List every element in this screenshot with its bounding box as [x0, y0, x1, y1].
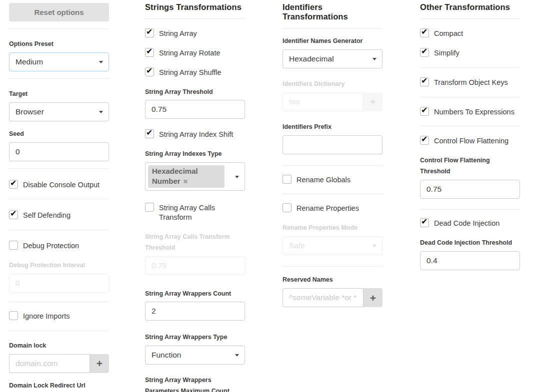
string-array-calls-transform-threshold-input [145, 256, 245, 275]
divider [9, 302, 109, 302]
checkbox-icon[interactable] [420, 136, 429, 145]
rename-properties-mode-select: Safe [282, 236, 382, 255]
checkbox-icon[interactable] [282, 175, 292, 184]
checkbox-icon[interactable] [420, 48, 429, 57]
options-preset-select[interactable]: Medium [9, 52, 109, 71]
general-options-column: Reset options Options Preset Medium Targ… [9, 0, 109, 392]
target-value: Browser [16, 107, 44, 116]
divider [9, 230, 109, 230]
identifiers-transformations-title: Identifiers Transformations [282, 2, 382, 21]
checkbox-string-array-index-shift[interactable]: String Array Index Shift [145, 129, 245, 139]
chevron-down-icon [99, 61, 103, 63]
checkbox-ignore-imports[interactable]: Ignore Imports [9, 311, 109, 321]
identifier-names-generator-select[interactable]: Hexadecimal [282, 49, 382, 68]
checkbox-label: Rename Properties [296, 203, 359, 213]
add-domain-button[interactable]: + [90, 354, 109, 373]
divider [9, 28, 109, 29]
checkbox-rename-properties[interactable]: Rename Properties [282, 203, 382, 213]
identifiers-dictionary-input-group: + [282, 92, 382, 111]
selected-tag: Hexadecimal Number✖ [148, 165, 224, 188]
seed-input[interactable] [9, 142, 109, 161]
checkbox-label: Transform Object Keys [434, 77, 508, 87]
checkbox-icon[interactable] [9, 311, 18, 320]
checkbox-label: Control Flow Flattening [434, 136, 508, 146]
rename-properties-mode-label: Rename Properties Mode [282, 223, 382, 234]
checkbox-label: Simplify [434, 48, 460, 58]
checkbox-string-array[interactable]: String Array [145, 28, 245, 38]
checkbox-self-defending[interactable]: Self Defending [9, 210, 109, 220]
divider [9, 199, 109, 199]
checkbox-dead-code-injection[interactable]: Dead Code Injection [420, 218, 520, 228]
string-array-wrappers-count-input[interactable] [145, 302, 245, 321]
control-flow-flattening-threshold-input[interactable] [420, 180, 520, 199]
checkbox-disable-console-output[interactable]: Disable Console Output [9, 180, 109, 190]
checkbox-icon[interactable] [9, 180, 18, 189]
string-array-wrappers-parameters-maximum-count-label: String Array Wrappers Parameters Maximum… [145, 375, 245, 392]
divider [9, 168, 109, 169]
divider [9, 331, 109, 331]
string-array-threshold-label: String Array Threshold [145, 87, 245, 98]
domain-lock-input[interactable] [9, 354, 90, 373]
checkbox-icon[interactable] [282, 203, 292, 212]
checkbox-icon[interactable] [145, 28, 154, 37]
checkbox-icon[interactable] [9, 241, 18, 250]
checkbox-transform-object-keys[interactable]: Transform Object Keys [420, 77, 520, 87]
checkbox-label: String Array Shuffle [159, 67, 222, 77]
rename-properties-mode-value: Safe [289, 241, 305, 250]
dead-code-injection-threshold-input[interactable] [420, 251, 520, 270]
checkbox-icon[interactable] [420, 218, 429, 227]
checkbox-label: Numbers To Expressions [434, 107, 514, 117]
target-select[interactable]: Browser [9, 102, 109, 121]
string-array-indexes-type-select[interactable]: Hexadecimal Number✖ [145, 162, 245, 191]
identifiers-transformations-column: Identifiers Transformations Identifier N… [282, 0, 382, 307]
debug-protection-interval-label: Debug Protection Interval [9, 260, 109, 271]
divider [145, 18, 245, 19]
seed-label: Seed [9, 129, 109, 140]
checkbox-label: Disable Console Output [23, 180, 100, 190]
string-array-wrappers-count-label: String Array Wrappers Count [145, 289, 245, 300]
identifiers-prefix-label: Identifiers Prefix [282, 122, 382, 133]
reserved-names-label: Reserved Names [282, 275, 382, 286]
identifier-names-generator-label: Identifier Names Generator [282, 36, 382, 47]
checkbox-icon[interactable] [145, 129, 154, 138]
string-array-indexes-type-label: String Array Indexes Type [145, 149, 245, 160]
identifiers-prefix-input[interactable] [282, 135, 382, 154]
checkbox-icon[interactable] [9, 210, 18, 219]
checkbox-icon[interactable] [420, 107, 429, 116]
other-transformations-column: Other Transformations Compact Simplify T… [420, 0, 520, 270]
reset-options-button[interactable]: Reset options [9, 3, 109, 21]
control-flow-flattening-threshold-label: Control Flow Flattening Threshold [420, 155, 520, 177]
checkbox-label: String Array Calls Transform [159, 203, 245, 222]
checkbox-rename-globals[interactable]: Rename Globals [282, 175, 382, 185]
divider [282, 194, 382, 194]
divider [282, 165, 382, 166]
checkbox-label: Debug Protection [23, 241, 79, 251]
string-array-wrappers-type-label: String Array Wrappers Type [145, 332, 245, 343]
checkbox-control-flow-flattening[interactable]: Control Flow Flattening [420, 136, 520, 146]
checkbox-simplify[interactable]: Simplify [420, 48, 520, 58]
add-reserved-name-button[interactable]: + [364, 288, 382, 307]
string-array-wrappers-type-select[interactable]: Function [145, 346, 245, 365]
checkbox-compact[interactable]: Compact [420, 28, 520, 38]
checkbox-label: String Array Index Shift [159, 129, 233, 139]
options-preset-value: Medium [16, 57, 43, 66]
checkbox-string-array-calls-transform[interactable]: String Array Calls Transform [145, 203, 245, 222]
checkbox-string-array-rotate[interactable]: String Array Rotate [145, 48, 245, 58]
strings-transformations-title: Strings Transformations [145, 2, 245, 12]
checkbox-string-array-shuffle[interactable]: String Array Shuffle [145, 67, 245, 77]
checkbox-debug-protection[interactable]: Debug Protection [9, 241, 109, 251]
reserved-names-input[interactable] [282, 288, 364, 307]
checkbox-icon[interactable] [420, 77, 429, 86]
chevron-down-icon [372, 58, 376, 60]
remove-tag-icon[interactable]: ✖ [183, 178, 188, 185]
target-label: Target [9, 89, 109, 100]
checkbox-numbers-to-expressions[interactable]: Numbers To Expressions [420, 107, 520, 117]
checkbox-icon[interactable] [145, 48, 154, 57]
chevron-down-icon [99, 111, 103, 113]
string-array-threshold-input[interactable] [145, 100, 245, 119]
checkbox-label: String Array Rotate [159, 48, 220, 58]
checkbox-icon[interactable] [145, 203, 154, 212]
divider [420, 18, 520, 19]
checkbox-icon[interactable] [145, 67, 154, 76]
checkbox-icon[interactable] [420, 28, 429, 37]
